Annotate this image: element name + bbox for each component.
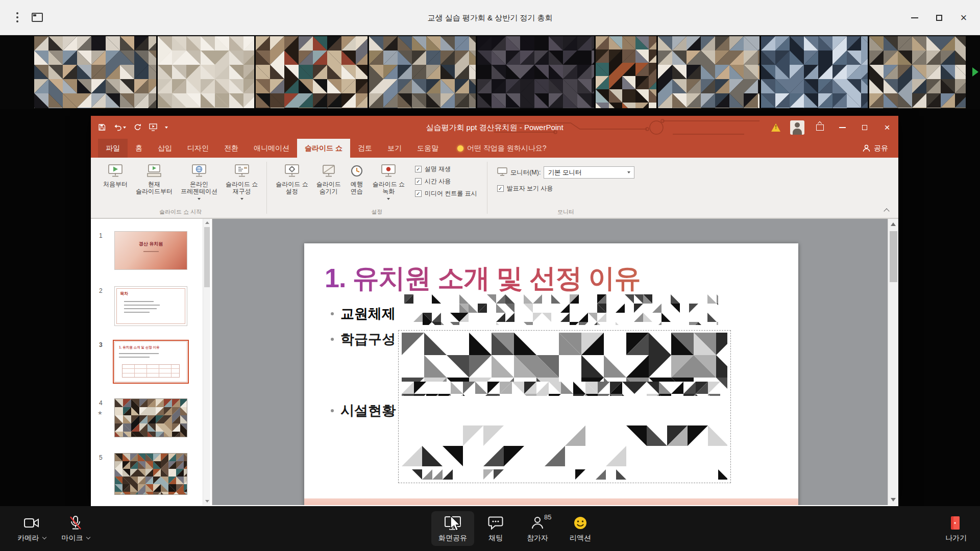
screen-share-button[interactable]: 화면공유 (431, 511, 474, 546)
slide-canvas[interactable]: 1. 유치원 소개 및 선정 이유 교원체제 학급구성 시설현황 (304, 243, 798, 505)
slide-thumbnail-3-selected[interactable]: 1. 유치원 소개 및 선정 이유 (114, 341, 187, 382)
participant-video[interactable] (158, 36, 254, 108)
tab-review[interactable]: 검토 (350, 139, 380, 158)
censored-content-selection[interactable] (398, 330, 731, 483)
mic-button[interactable]: 마이크 (54, 511, 97, 546)
maximize-button[interactable] (931, 10, 947, 26)
censored-region (402, 382, 727, 396)
tab-home[interactable]: 홈 (128, 139, 150, 158)
hidden-slide-icon (321, 163, 337, 179)
scroll-up-icon[interactable] (891, 222, 896, 226)
tab-file[interactable]: 파일 (98, 139, 128, 158)
tell-me-box[interactable]: 어떤 작업을 원하시나요? (457, 139, 547, 158)
play-narrations-checkbox[interactable]: ✓ 설명 재생 (415, 165, 477, 173)
menu-kebab-icon[interactable] (16, 16, 18, 18)
participant-video[interactable] (761, 36, 868, 108)
rehearse-timings-button[interactable]: 예행 연습 (345, 160, 369, 196)
leave-button[interactable]: 나가기 (938, 511, 974, 546)
show-media-controls-checkbox[interactable]: ✓ 미디어 컨트롤 표시 (415, 189, 477, 198)
participant-video[interactable] (369, 36, 476, 108)
layout-icon[interactable] (32, 13, 43, 22)
tab-help[interactable]: 도움말 (409, 139, 446, 158)
collapse-ribbon-button[interactable] (882, 207, 891, 214)
animation-star-icon: ★ (97, 410, 103, 416)
quick-access-toolbar (98, 116, 168, 139)
reactions-button[interactable]: 리액션 (559, 511, 602, 546)
strip-collapse-arrow-icon[interactable] (972, 67, 978, 77)
setup-slideshow-button[interactable]: 슬라이드 쇼 설정 (272, 160, 312, 196)
slide-thumbnail-2[interactable]: 목차 (114, 286, 187, 326)
present-online-button[interactable]: 온라인 프레젠테이션 (177, 160, 222, 201)
bullet-item[interactable]: 교원체제 (331, 305, 396, 323)
participant-video[interactable] (34, 36, 156, 108)
slide-thumbnail-panel: 1 경산 유치원 2 목차 3 (91, 219, 212, 505)
group-label: 설정 (268, 208, 485, 216)
chevron-down-icon[interactable] (86, 535, 90, 539)
thumb-table (122, 364, 180, 378)
share-button[interactable]: 공유 (863, 139, 888, 158)
slide-thumbnail-1[interactable]: 경산 유치원 (114, 231, 187, 270)
use-timings-checkbox[interactable]: ✓ 시간 사용 (415, 177, 477, 186)
ribbon-separator (487, 162, 487, 214)
minimize-button[interactable] (906, 10, 923, 26)
slide-bottom-accent (304, 498, 798, 505)
record-slideshow-button[interactable]: 슬라이드 쇼 녹화 (369, 160, 409, 201)
scrollbar-thumb[interactable] (890, 231, 897, 282)
tab-transitions[interactable]: 전환 (216, 139, 246, 158)
slide-number: 2 (99, 287, 103, 294)
tab-view[interactable]: 보기 (380, 139, 409, 158)
scrollbar-thumb[interactable] (204, 227, 210, 287)
tab-slideshow[interactable]: 슬라이드 쇼 (297, 139, 350, 158)
bullet-item[interactable]: 학급구성 (331, 330, 396, 348)
smiley-icon (573, 515, 587, 531)
custom-slideshow-button[interactable]: 슬라이드 쇼 재구성 (222, 160, 262, 201)
start-slideshow-icon[interactable] (149, 123, 157, 131)
undo-icon[interactable] (113, 124, 126, 131)
chevron-down-icon[interactable] (42, 535, 46, 539)
thumbnail-scrollbar[interactable] (203, 219, 210, 505)
participant-video[interactable] (658, 36, 760, 108)
editor-scrollbar[interactable] (888, 219, 898, 505)
scroll-down-icon[interactable] (891, 498, 896, 502)
monitor-dropdown[interactable]: 기본 모니터 (544, 166, 634, 179)
close-button[interactable]: × (955, 10, 972, 26)
scroll-up-icon[interactable] (205, 221, 209, 224)
participant-video[interactable] (477, 36, 594, 108)
from-current-slide-button[interactable]: 현재 슬라이드부터 (132, 160, 177, 196)
window-controls: × (906, 10, 972, 26)
participant-video[interactable] (256, 36, 368, 108)
monitor-record-icon (380, 163, 397, 179)
bullet-icon (331, 312, 334, 315)
slide-thumbnail-5[interactable] (114, 453, 187, 495)
ribbon-display-options-button[interactable] (808, 116, 831, 139)
slide-thumbnail-4[interactable] (114, 398, 187, 437)
camera-button[interactable]: 카메라 (10, 511, 53, 546)
user-avatar[interactable] (790, 120, 804, 135)
slide-number: 4 (99, 399, 103, 407)
participant-video[interactable] (869, 36, 966, 108)
ppt-titlebar-controls: ! × (766, 116, 898, 139)
camera-icon (23, 515, 40, 531)
dropdown-arrow-icon (198, 198, 201, 200)
participants-button[interactable]: 85 참가자 (516, 511, 559, 546)
tab-design[interactable]: 디자인 (180, 139, 216, 158)
ppt-restore-button[interactable] (853, 116, 876, 139)
ppt-close-button[interactable]: × (876, 116, 898, 139)
tab-insert[interactable]: 삽입 (150, 139, 180, 158)
scroll-down-icon[interactable] (205, 500, 209, 503)
save-icon[interactable] (98, 123, 106, 131)
from-beginning-button[interactable]: 처음부터 (99, 160, 132, 189)
hide-slide-button[interactable]: 슬라이드 숨기기 (312, 160, 345, 196)
monitor-globe-icon (191, 163, 207, 179)
slide-title[interactable]: 1. 유치원 소개 및 선정 이유 (325, 261, 723, 296)
warning-icon[interactable]: ! (766, 116, 786, 139)
ppt-ribbon-tabs: 파일 홈 삽입 디자인 전환 애니메이션 슬라이드 쇼 검토 보기 도움말 어떤… (91, 139, 898, 158)
customize-qat-icon[interactable] (165, 127, 168, 129)
participant-video[interactable] (596, 36, 656, 108)
ppt-minimize-button[interactable] (831, 116, 853, 139)
use-presenter-view-checkbox[interactable]: ✓ 발표자 보기 사용 (497, 184, 635, 193)
tab-animations[interactable]: 애니메이션 (246, 139, 297, 158)
bullet-item[interactable]: 시설현황 (331, 402, 396, 420)
chat-button[interactable]: 채팅 (474, 511, 517, 546)
redo-icon[interactable] (134, 123, 141, 131)
